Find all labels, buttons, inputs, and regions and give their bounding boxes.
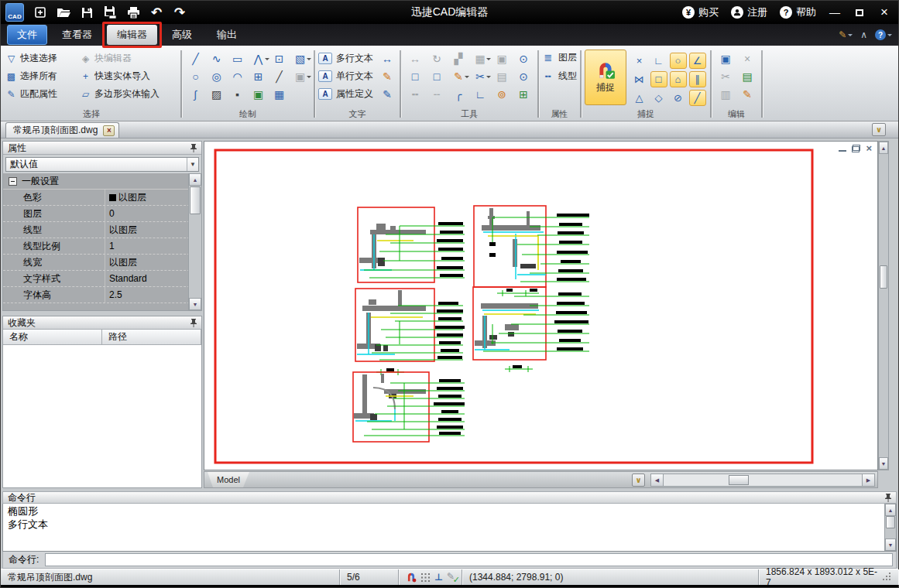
rectangle-tool[interactable]: ▭ — [229, 51, 246, 67]
snap-midpoint-icon[interactable]: △ — [631, 90, 648, 106]
snap-perpendicular-icon[interactable]: ∟ — [650, 53, 667, 69]
snap-angle-icon[interactable]: ∠ — [689, 53, 706, 69]
scroll-down-button[interactable]: ▼ — [879, 457, 888, 470]
snap-toggle-icon[interactable] — [406, 572, 417, 583]
pen-line-tool[interactable]: ╱ — [271, 69, 288, 84]
dotted-line-tool[interactable]: ╍ — [407, 87, 424, 102]
scrollbar-thumb[interactable] — [729, 475, 749, 485]
scroll-up-button[interactable]: ▲ — [885, 504, 896, 516]
snap-nearest-icon[interactable]: ╱ — [689, 90, 706, 106]
favorites-column-header[interactable]: 名称 — [3, 330, 102, 345]
blocks-tool[interactable]: ⊚ — [493, 87, 510, 102]
help-button[interactable]: ? 帮助 — [775, 2, 821, 22]
scrollbar-thumb[interactable] — [880, 265, 887, 289]
table-tool[interactable]: ▦ — [271, 87, 288, 102]
spline-tool[interactable]: ∫ — [187, 87, 204, 102]
scroll-left-button[interactable]: ◀ — [651, 474, 664, 486]
property-row[interactable]: 图层 0 — [3, 206, 201, 222]
snap-intersection-icon[interactable]: × — [631, 53, 648, 69]
copy-with-time-tool[interactable]: ⊙ — [515, 51, 532, 67]
chamfer-tool[interactable]: ∟ — [472, 87, 489, 102]
resize-grip-icon[interactable] — [884, 573, 891, 581]
draft-check-icon[interactable]: ✎✓ — [447, 573, 458, 583]
menu-tab[interactable]: 编辑器 — [107, 25, 157, 45]
property-row[interactable]: 线型 以图层 — [3, 222, 201, 238]
wipeout-tool[interactable]: ⊡ — [271, 51, 288, 67]
scroll-down-button[interactable]: ▼ — [189, 298, 201, 310]
collapse-ribbon-button[interactable]: ∧ — [860, 29, 867, 40]
quick-entity-import-button[interactable]: + 快速实体导入 — [80, 70, 177, 83]
ribbon-help-button[interactable]: ? — [875, 29, 892, 40]
favorites-column-header[interactable]: 路径 — [102, 330, 201, 345]
named-view-tool[interactable]: □ — [428, 69, 445, 84]
scrollbar-thumb[interactable] — [190, 186, 201, 214]
select-all-button[interactable]: ▩ 选择所有 — [5, 70, 80, 83]
add-to-library-tool[interactable]: ⊞ — [515, 87, 532, 102]
mdi-restore-icon[interactable] — [852, 145, 860, 152]
minimize-button[interactable]: — — [824, 3, 846, 22]
snap-endpoint-icon[interactable]: □ — [650, 71, 667, 87]
snap-insertion-icon[interactable]: ⌂ — [670, 71, 687, 87]
match-properties-button[interactable]: ✎ 匹配属性 — [5, 87, 80, 101]
break-tool[interactable]: ✂ — [472, 69, 489, 84]
attribute-define-button[interactable]: A 属性定义 — [318, 85, 378, 103]
scroll-up-button[interactable]: ▲ — [879, 142, 888, 154]
save-button[interactable] — [75, 2, 98, 22]
save-as-pdf-button[interactable] — [98, 2, 122, 22]
menu-tab[interactable]: 查看器 — [52, 25, 102, 45]
tab-list-dropdown-button[interactable]: ∨ — [872, 123, 886, 136]
rotate-tool[interactable]: ↻ — [428, 51, 445, 67]
property-row[interactable]: 文字样式 Standard — [3, 271, 201, 287]
mdi-minimize-icon[interactable] — [839, 145, 846, 152]
donut-tool[interactable]: ◎ — [208, 69, 225, 84]
property-preset-select[interactable]: 默认值 ▼ — [5, 157, 199, 172]
open-file-button[interactable] — [52, 2, 75, 22]
fillet-tool[interactable]: ╭ — [450, 87, 467, 102]
property-row[interactable]: 色彩 以图层 — [3, 190, 201, 206]
menu-tab[interactable]: 高级 — [162, 25, 202, 45]
layout-dropdown-button[interactable]: ∨ — [632, 473, 645, 487]
polygon-entity-input-button[interactable]: ▱ 多边形实体输入 — [80, 87, 177, 101]
scroll-right-button[interactable]: ▶ — [862, 474, 874, 486]
property-row[interactable]: 字体高 2.5 — [3, 287, 201, 303]
point-tool[interactable]: ▪ — [229, 87, 246, 102]
scrollbar-thumb[interactable] — [886, 516, 895, 528]
model-tab[interactable]: Model — [208, 472, 249, 487]
menu-tab[interactable]: 输出 — [207, 25, 247, 45]
sketch-tool[interactable]: ∿ — [208, 51, 225, 67]
snap-center-icon[interactable]: ○ — [670, 53, 687, 69]
boundary-tool[interactable]: ▧ — [292, 51, 309, 67]
layers-button[interactable]: ≣ 图层 — [542, 51, 577, 64]
command-scrollbar[interactable]: ▲ ▼ — [884, 504, 896, 551]
copy-properties-tool[interactable]: ▤ — [493, 69, 510, 84]
mdi-close-icon[interactable]: × — [866, 145, 872, 152]
copy-button[interactable]: ▣ — [717, 51, 734, 67]
new-file-button[interactable] — [29, 2, 52, 22]
command-input[interactable] — [45, 553, 893, 566]
quick-select-button[interactable]: ▽ 快速选择 — [5, 52, 80, 65]
property-row[interactable]: 线宽 以图层 — [3, 255, 201, 271]
mtext-button[interactable]: A 多行文本 — [318, 50, 378, 67]
pin-icon[interactable] — [885, 494, 891, 502]
redo-button[interactable]: ↷ — [168, 2, 191, 22]
snap-parallel-icon[interactable]: ∥ — [689, 71, 706, 87]
dash-end-tool[interactable]: ╌ — [428, 87, 445, 102]
pin-icon[interactable] — [190, 144, 197, 152]
arc-tool[interactable]: ◠ — [229, 69, 246, 84]
scroll-up-button[interactable]: ▲ — [189, 173, 201, 186]
tab-close-button[interactable]: × — [103, 125, 115, 136]
property-section-header[interactable]: 一般设置 — [3, 173, 201, 190]
dimension-icon[interactable]: ↔ — [379, 51, 396, 67]
ortho-toggle-icon[interactable]: ⊥ — [434, 572, 443, 583]
menu-tab[interactable]: 文件 — [7, 25, 47, 45]
buy-button[interactable]: ¥ 购买 — [678, 2, 723, 22]
snap-quadrant-icon[interactable]: ◇ — [650, 90, 667, 106]
new-view-tool[interactable]: □ — [407, 69, 424, 84]
array-tool[interactable]: ▦ — [472, 51, 489, 67]
move-tool[interactable]: ↔ — [407, 51, 424, 67]
properties-scrollbar[interactable]: ▲ ▼ — [188, 173, 201, 310]
annotate-icon[interactable]: ✎ — [379, 69, 396, 84]
close-button[interactable]: × — [873, 3, 895, 22]
grid-toggle-icon[interactable] — [420, 573, 431, 583]
scroll-down-button[interactable]: ▼ — [885, 538, 896, 551]
